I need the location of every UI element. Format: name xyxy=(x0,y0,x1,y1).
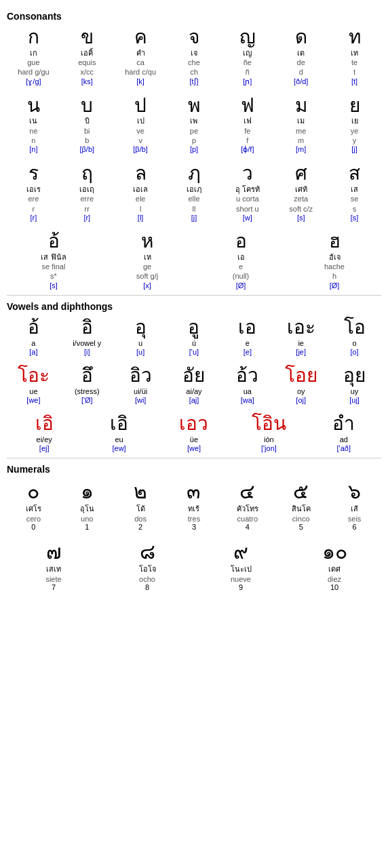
spanish-name: mem xyxy=(296,126,306,146)
spanish-name: chech xyxy=(188,58,200,77)
ipa-transcription: [ɣ/g] xyxy=(26,77,41,86)
thai-character: ส xyxy=(349,163,360,184)
ipa-transcription: [j] xyxy=(191,214,197,222)
thai-name: เป xyxy=(137,116,144,125)
consonant-cell: อ้เส ฟิน้ลse finals*[s] xyxy=(7,230,100,291)
spanish-name: cahard c/qu xyxy=(125,58,156,77)
thai-character: พ xyxy=(188,96,200,117)
vowel-name: eu xyxy=(115,435,123,444)
numeral-cell: ๒โด้dos2 xyxy=(114,479,168,532)
vowel-cell: เอวüe[we] xyxy=(157,412,231,454)
ipa-transcription: [l] xyxy=(138,214,144,222)
consonant-cell: ฟเฟfef[ɸ/f] xyxy=(220,94,274,156)
ipa-transcription: [aj] xyxy=(189,396,199,404)
spanish-name: ded xyxy=(297,58,305,77)
numeral-spanish-name: ocho xyxy=(139,575,155,583)
vowel-cell: อุu[u] xyxy=(114,316,168,357)
vowel-cell: อูú['u] xyxy=(168,316,221,357)
thai-character: อึ xyxy=(81,366,93,387)
ipa-transcription: [o] xyxy=(350,348,358,356)
thai-name: เอเฤ xyxy=(79,184,94,194)
thai-name: คำ xyxy=(136,48,145,58)
vowels-row1: อ้a[a]อิi/vowel y[i]อุu[u]อูú['u]เอe[e]เ… xyxy=(7,316,381,357)
thai-character: ฦ xyxy=(188,163,200,184)
thai-character: ฟ xyxy=(241,96,254,117)
thai-name: เอเฦ xyxy=(187,184,201,194)
numeral-spanish-name: nueve xyxy=(231,575,251,583)
spanish-name: erer xyxy=(28,194,39,214)
consonant-cell: ลเอเลelel[l] xyxy=(114,162,168,223)
consonant-cell: นเนnen[n] xyxy=(7,94,60,156)
numeral-arabic: 8 xyxy=(145,583,149,591)
ipa-transcription: [uj] xyxy=(349,396,360,404)
numeral-cell: ๔คัวโทรcuatro4 xyxy=(220,479,274,532)
ipa-transcription: [t] xyxy=(351,77,357,85)
consonant-cell: ทเทtet[t] xyxy=(328,26,381,87)
vowel-name: oy xyxy=(297,387,305,396)
thai-character: ป xyxy=(134,96,147,117)
thai-character: ศ xyxy=(295,163,307,184)
consonant-cell: ฮฮ้เจhacheh[Ø] xyxy=(288,230,381,291)
thai-character: ฮ xyxy=(329,231,341,252)
spanish-name: vev xyxy=(136,126,144,146)
numeral-arabic: 1 xyxy=(85,523,89,531)
thai-name: เย xyxy=(351,116,358,125)
thai-character: ก xyxy=(28,27,39,48)
consonant-cell: ศเศท้zetasoft c/z[s] xyxy=(274,162,328,223)
consonant-cell: พเพpep[p] xyxy=(168,94,221,156)
vowel-name: u xyxy=(138,338,142,348)
vowel-name: üe xyxy=(190,435,198,444)
thai-numeral: ๙ xyxy=(233,540,248,563)
thai-name: เห xyxy=(144,252,151,262)
spanish-name: guehard g/gu xyxy=(18,58,49,77)
vowel-name: ui/üi xyxy=(134,387,147,396)
vowel-cell: โอินión['jon] xyxy=(231,412,306,454)
thai-character: อำ xyxy=(332,414,355,435)
vowel-cell: อ้a[a] xyxy=(7,316,60,357)
numeral-arabic: 0 xyxy=(31,523,35,531)
thai-character: อุ xyxy=(135,317,147,338)
ipa-transcription: ['jon] xyxy=(261,444,277,452)
thai-numeral: ๓ xyxy=(187,480,201,502)
numeral-thai-name: โด้ xyxy=(136,502,145,515)
numeral-cell: ๘โอโจocho8 xyxy=(100,539,194,593)
thai-character: อิว xyxy=(130,366,152,387)
ipa-transcription: [ew] xyxy=(113,444,126,452)
ipa-transcription: [tʃ] xyxy=(189,77,198,86)
thai-character: อ xyxy=(235,231,247,252)
numeral-spanish-name: cuatro xyxy=(237,515,258,523)
thai-name: เส xyxy=(351,184,358,194)
thai-character: ห xyxy=(141,231,153,252)
thai-character: อัย xyxy=(182,366,205,387)
thai-character: เอว xyxy=(179,414,208,435)
numeral-arabic: 7 xyxy=(52,583,56,591)
ipa-transcription: [ks] xyxy=(81,77,93,85)
vowel-cell: อ้วua[wa] xyxy=(220,364,274,406)
spanish-name: e(null) xyxy=(233,262,249,281)
ipa-transcription: [wa] xyxy=(241,396,254,404)
thai-numeral: ๒ xyxy=(134,480,147,502)
thai-name: เอคิ้ xyxy=(81,48,93,58)
consonant-cell: ขเอคิ้equisx/cc[ks] xyxy=(60,26,114,87)
numeral-thai-name: โนะเป xyxy=(231,563,252,575)
thai-character: ฤ xyxy=(81,163,93,184)
consonants-row3: รเอเรerer[r]ฤเอเฤerrerr[r]ลเอเลelel[l]ฦเ… xyxy=(7,162,381,223)
ipa-transcription: [we] xyxy=(187,444,201,452)
numeral-cell: ๑อุโนuno1 xyxy=(60,479,114,532)
numeral-spanish-name: seis xyxy=(348,515,362,523)
spanish-name: pep xyxy=(190,126,198,146)
vowel-cell: โอะue[we] xyxy=(7,364,60,406)
numeral-spanish-name: cinco xyxy=(292,515,310,523)
ipa-transcription: [ej] xyxy=(39,444,50,452)
vowel-name: ad xyxy=(340,435,348,444)
thai-numeral: ๑๐ xyxy=(322,540,347,563)
thai-character: อิ xyxy=(81,317,93,338)
numeral-thai-name: อุโน xyxy=(80,502,94,515)
thai-name: เจ xyxy=(191,48,197,58)
spanish-name: ñeñ xyxy=(244,58,252,77)
ipa-transcription: [je] xyxy=(296,348,306,356)
thai-character: อู xyxy=(188,317,199,338)
vowel-name: ua xyxy=(244,387,252,396)
consonant-cell: กเกguehard g/gu[ɣ/g] xyxy=(7,26,60,87)
numeral-arabic: 10 xyxy=(330,583,338,591)
